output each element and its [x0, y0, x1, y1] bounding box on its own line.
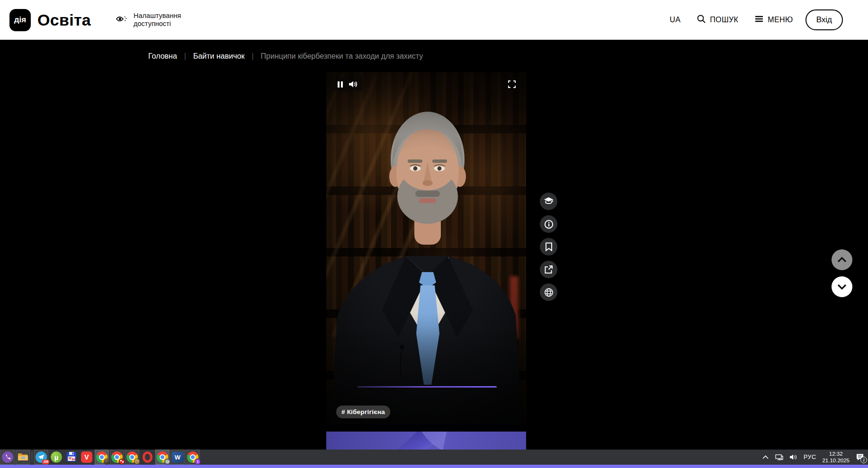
breadcrumb: Головна | Байти навичок | Принципи кібер…: [148, 52, 423, 61]
network-status-button[interactable]: [775, 454, 783, 461]
volume-status-button[interactable]: [789, 454, 797, 460]
clock[interactable]: 12:32 21.10.2025: [822, 450, 850, 464]
diia-logo-text: дія: [14, 15, 26, 25]
taskbar-app-file-explorer[interactable]: [16, 450, 30, 465]
keyboard-language-indicator[interactable]: РУС: [804, 454, 816, 460]
diia-logo[interactable]: дія Освіта: [9, 9, 91, 31]
pause-icon: [337, 81, 343, 88]
speaker-icon: [789, 454, 797, 460]
video-vignette: [326, 72, 526, 424]
svg-text:64: 64: [72, 457, 76, 460]
chrome-profile-avatar: I: [195, 459, 201, 465]
taskbar-app-floppy-disk[interactable]: 64: [64, 450, 79, 465]
taskbar-app-telegram[interactable]: .09: [34, 450, 48, 465]
chrome-profile-avatar: [134, 459, 140, 465]
notification-center-button[interactable]: 2: [856, 453, 864, 461]
previous-video-button[interactable]: [832, 249, 852, 270]
search-button[interactable]: ПОШУК: [697, 14, 738, 26]
file-explorer-icon: [18, 452, 28, 462]
tray-date: 21.10.2025: [822, 457, 850, 464]
volume-icon: [349, 80, 358, 88]
language-switcher[interactable]: UA: [670, 16, 680, 24]
globe-icon: [544, 288, 554, 297]
taskbar-app-chrome-profile-2[interactable]: [110, 450, 124, 465]
hamburger-icon: [754, 15, 764, 25]
info-button[interactable]: [540, 215, 557, 233]
volume-button[interactable]: [349, 80, 358, 88]
breadcrumb-current-page: Принципи кібербезпеки та заходи для захи…: [261, 52, 423, 61]
vivaldi-icon: V: [81, 451, 92, 463]
network-icon: [775, 454, 783, 461]
brand-title: Освіта: [37, 11, 91, 29]
taskbar-app-chrome-profile-3[interactable]: [125, 450, 139, 465]
video-player[interactable]: # Кібергігієна: [326, 72, 526, 424]
word-icon: W: [172, 452, 184, 463]
taskbar-app-chrome-profile-4[interactable]: O: [155, 450, 170, 465]
taskbar-separator: [32, 452, 32, 462]
info-icon: [544, 220, 554, 229]
login-button[interactable]: Вхід: [805, 9, 843, 30]
share-icon: [544, 265, 553, 274]
taskbar-app-utorrent[interactable]: µ: [49, 450, 63, 465]
graduation-cap-icon: [544, 197, 554, 206]
notification-count-badge: 2: [860, 457, 867, 463]
video-controls-left: [332, 77, 363, 91]
hashtag-chip[interactable]: # Кібергігієна: [336, 406, 390, 418]
menu-button[interactable]: МЕНЮ: [754, 15, 793, 25]
accessibility-eye-icon: [116, 14, 128, 26]
utorrent-icon: µ: [51, 451, 62, 463]
fullscreen-icon: [508, 80, 516, 88]
system-tray: РУС 12:32 21.10.2025 2: [762, 450, 868, 465]
taskbar-app-word[interactable]: W: [170, 450, 185, 465]
fullscreen-button[interactable]: [504, 77, 520, 91]
viber-icon: [2, 451, 13, 463]
tray-expand-button[interactable]: [762, 455, 769, 459]
accessibility-label: Налаштування доступності: [134, 12, 181, 28]
search-icon: [697, 14, 706, 26]
telegram-badge: .09: [42, 459, 49, 464]
taskbar-app-opera[interactable]: [140, 450, 154, 465]
breadcrumb-separator: |: [184, 52, 186, 61]
chevron-up-icon: [837, 257, 847, 263]
side-action-bar: [540, 193, 557, 301]
chrome-profile-avatar: O: [164, 459, 170, 465]
taskbar-accent-strip: [0, 465, 868, 468]
breadcrumb-separator: |: [251, 52, 253, 61]
taskbar: .09 µ 64 V: [0, 450, 868, 465]
globe-button[interactable]: [540, 283, 557, 301]
chrome-profile-avatar: [104, 459, 110, 465]
breadcrumb-home[interactable]: Головна: [148, 52, 177, 61]
video-progress-bar[interactable]: [358, 386, 497, 388]
breadcrumb-section[interactable]: Байти навичок: [193, 52, 244, 61]
tray-time: 12:32: [822, 450, 850, 457]
floppy-disk-icon: 64: [66, 451, 77, 463]
chevron-up-icon: [762, 455, 769, 459]
course-button[interactable]: [540, 193, 557, 210]
taskbar-app-chrome-profile-1[interactable]: [95, 450, 109, 465]
bookmark-icon: [545, 242, 553, 251]
chevron-down-icon: [837, 284, 847, 290]
diia-logo-badge: дія: [9, 9, 31, 31]
taskbar-app-viber[interactable]: [0, 450, 15, 465]
pause-button[interactable]: [337, 81, 343, 88]
share-button[interactable]: [540, 261, 557, 278]
taskbar-app-chrome-profile-5[interactable]: I: [186, 450, 200, 465]
accessibility-settings-button[interactable]: Налаштування доступності: [116, 12, 181, 28]
chrome-profile-avatar: [119, 459, 125, 465]
next-video-button[interactable]: [832, 276, 852, 297]
bookmark-button[interactable]: [540, 238, 557, 256]
taskbar-app-vivaldi[interactable]: V: [80, 450, 94, 465]
telegram-icon: .09: [36, 451, 47, 463]
opera-icon: [143, 451, 152, 463]
header: дія Освіта Налаштування доступності UA: [0, 0, 868, 40]
